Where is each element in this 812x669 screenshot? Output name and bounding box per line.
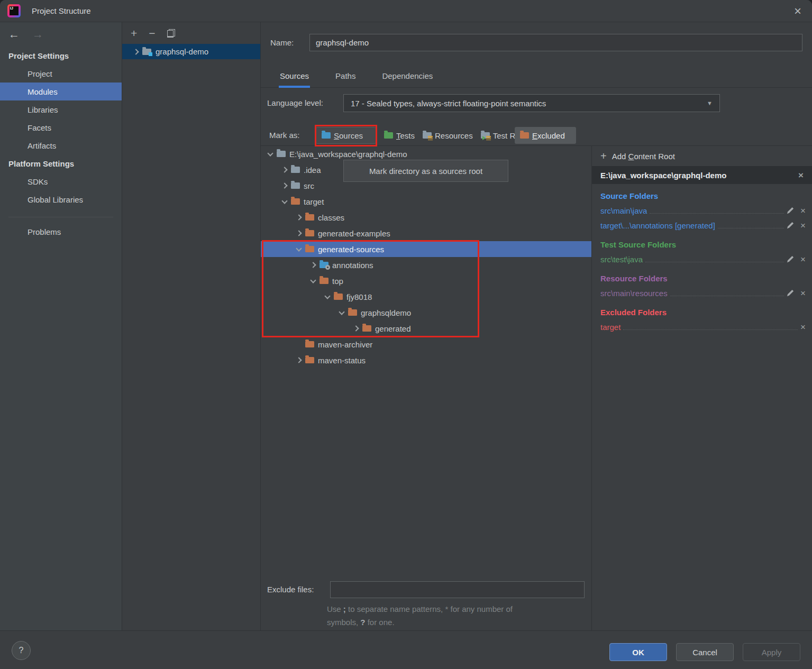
- remove-folder-icon[interactable]: ×: [800, 255, 806, 264]
- copy-icon[interactable]: [167, 29, 175, 38]
- exclude-files-label: Exclude files:: [267, 581, 314, 599]
- content-root-tree: E:\java_workspace\graphql-demo .idea src…: [261, 146, 591, 630]
- tree-row-label: E:\java_workspace\graphql-demo: [289, 150, 407, 159]
- excluded-folder-icon: [520, 132, 529, 139]
- chevron-right-icon[interactable]: [293, 215, 305, 219]
- remove-folder-icon[interactable]: ×: [800, 221, 806, 230]
- remove-icon[interactable]: −: [149, 28, 155, 39]
- chevron-right-icon[interactable]: [130, 50, 142, 54]
- folder-item-src-test-java[interactable]: src\test\java ×: [600, 252, 812, 267]
- tree-row-maven-status[interactable]: maven-status: [261, 352, 591, 368]
- remove-folder-icon[interactable]: ×: [800, 206, 806, 215]
- remove-content-root-icon[interactable]: ×: [798, 171, 804, 180]
- cancel-button[interactable]: Cancel: [676, 643, 734, 661]
- chevron-right-icon[interactable]: [307, 263, 320, 267]
- sidebar-item-facets[interactable]: Facets: [0, 118, 122, 136]
- add-icon[interactable]: +: [131, 28, 137, 39]
- sidebar-item-global-libraries[interactable]: Global Libraries: [0, 190, 122, 208]
- tree-row-classes[interactable]: classes: [261, 209, 591, 225]
- tree-row-top[interactable]: top: [261, 273, 591, 289]
- sidebar-item-modules[interactable]: Modules: [0, 83, 122, 100]
- folder-item-src-main-resources[interactable]: src\main\resources ×: [600, 286, 812, 300]
- ok-button[interactable]: OK: [609, 643, 667, 661]
- language-level-label: Language level:: [267, 94, 323, 112]
- edit-pencil-icon[interactable]: [787, 222, 794, 229]
- sidebar-item-problems[interactable]: Problems: [0, 223, 122, 241]
- tree-row-annotations[interactable]: annotations: [261, 257, 591, 273]
- mark-as-label: Mark as:: [269, 127, 300, 144]
- window-title: Project Structure: [32, 6, 91, 15]
- help-icon[interactable]: ?: [12, 641, 31, 660]
- tree-row-target[interactable]: target: [261, 194, 591, 209]
- content-root-header[interactable]: E:\java_workspace\graphql-demo ×: [592, 166, 812, 184]
- excluded-folders-section: Excluded Folders target ×: [592, 304, 812, 334]
- remove-folder-icon[interactable]: ×: [800, 289, 806, 298]
- resource-folders-title: Resource Folders: [600, 270, 812, 286]
- exclude-files-input[interactable]: [330, 581, 585, 598]
- tree-row-label: src: [304, 181, 314, 190]
- chevron-right-icon[interactable]: [278, 184, 291, 188]
- tab-dependencies[interactable]: Dependencies: [381, 66, 434, 88]
- forward-arrow-icon: →: [32, 28, 43, 41]
- excluded-folder-icon: [305, 214, 314, 221]
- sidebar-divider: [8, 217, 113, 217]
- chevron-right-icon[interactable]: [350, 326, 362, 331]
- mark-tests-button[interactable]: Tests: [384, 131, 415, 140]
- edit-pencil-icon[interactable]: [787, 289, 794, 297]
- add-content-root-button[interactable]: + Add Content Root: [592, 146, 812, 166]
- chevron-down-icon[interactable]: [321, 296, 334, 298]
- apply-button[interactable]: Apply: [743, 643, 800, 661]
- folder-item-target-annotations[interactable]: target\...\annotations [generated] ×: [600, 218, 812, 233]
- tab-sources[interactable]: Sources: [279, 66, 310, 88]
- module-label: graphsql-demo: [156, 47, 208, 56]
- excluded-folder-icon: [320, 278, 329, 284]
- tree-row-generated[interactable]: generated: [261, 320, 591, 336]
- chevron-down-icon[interactable]: [335, 311, 348, 314]
- tree-row-label: classes: [318, 213, 344, 222]
- edit-pencil-icon[interactable]: [787, 207, 794, 214]
- folder-item-target[interactable]: target ×: [600, 319, 812, 334]
- tree-row-graphsqldemo[interactable]: graphsqldemo: [261, 305, 591, 320]
- sidebar-item-project[interactable]: Project: [0, 65, 122, 83]
- back-arrow-icon[interactable]: ←: [8, 28, 20, 41]
- chevron-right-icon[interactable]: [278, 168, 291, 172]
- tree-row-label: fjy8018: [346, 292, 372, 301]
- sidebar-item-libraries[interactable]: Libraries: [0, 100, 122, 118]
- tree-row-maven-archiver[interactable]: maven-archiver: [261, 336, 591, 352]
- language-level-value: 17 - Sealed types, always-strict floatin…: [351, 99, 546, 108]
- sidebar-item-artifacts[interactable]: Artifacts: [0, 136, 122, 154]
- folders-panel: + Add Content Root E:\java_workspace\gra…: [591, 146, 812, 630]
- title-bar: IJ Project Structure ×: [0, 0, 812, 22]
- module-editor: Name: Sources Paths Dependencies Languag…: [260, 22, 812, 630]
- tree-row-generated-examples[interactable]: generated-examples: [261, 225, 591, 241]
- chevron-down-icon[interactable]: [307, 280, 320, 282]
- dialog-footer: ? OK Cancel Apply: [0, 630, 812, 669]
- tab-paths[interactable]: Paths: [334, 66, 357, 88]
- edit-pencil-icon[interactable]: [787, 255, 794, 263]
- chevron-down-icon[interactable]: [278, 200, 291, 203]
- chevron-down-icon[interactable]: [264, 153, 277, 155]
- folder-item-src-main-java[interactable]: src\main\java ×: [600, 203, 812, 218]
- tree-row-label: .idea: [304, 166, 321, 175]
- intellij-idea-logo-icon: IJ: [7, 4, 21, 17]
- sidebar-item-sdks[interactable]: SDKs: [0, 172, 122, 190]
- remove-folder-icon[interactable]: ×: [800, 323, 806, 332]
- close-icon[interactable]: ×: [794, 5, 801, 17]
- excluded-folders-title: Excluded Folders: [600, 304, 812, 319]
- module-row-graphsql-demo[interactable]: graphsql-demo: [122, 44, 260, 59]
- excluded-folder-icon: [334, 294, 343, 300]
- content-root-path: E:\java_workspace\graphql-demo: [600, 171, 726, 180]
- mark-sources-button[interactable]: Sources: [316, 127, 376, 144]
- tree-row-generated-sources[interactable]: generated-sources: [261, 241, 591, 257]
- tree-row-fjy8018[interactable]: fjy8018: [261, 289, 591, 305]
- excluded-folder-icon: [348, 309, 357, 316]
- chevron-down-icon[interactable]: [293, 248, 305, 251]
- folder-icon: [291, 182, 300, 189]
- chevron-right-icon[interactable]: [293, 231, 305, 235]
- module-name-input[interactable]: [309, 34, 802, 51]
- excluded-folder-icon: [291, 198, 300, 205]
- mark-resources-button[interactable]: Resources: [423, 131, 473, 140]
- language-level-select[interactable]: 17 - Sealed types, always-strict floatin…: [343, 94, 720, 112]
- chevron-right-icon[interactable]: [293, 358, 305, 362]
- mark-excluded-button[interactable]: Excluded: [515, 127, 576, 144]
